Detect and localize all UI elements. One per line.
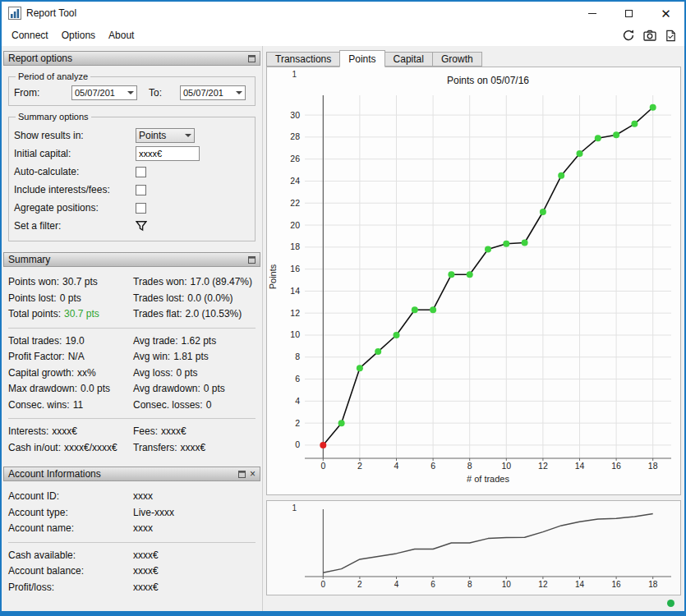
minimize-button[interactable] [573,2,610,25]
tab-transactions[interactable]: Transactions [266,52,339,67]
account-header: Account Informations × [3,467,260,481]
float-panel-button[interactable] [248,55,256,62]
summary-options-group: Summary options Show results in: Points … [8,117,256,241]
float-panel-button[interactable] [248,256,256,264]
stat-label: Avg trade: [133,335,177,347]
stat-row: Interests:xxxx€ Fees:xxxx€ [8,424,256,440]
svg-text:2: 2 [357,580,362,589]
account-value: xxxx€ [133,563,159,580]
account-label: Profit/loss: [8,580,133,596]
svg-text:22: 22 [290,198,300,208]
menu-item-connect[interactable]: Connect [5,26,55,44]
agregate-positions-checkbox[interactable] [136,203,146,214]
float-panel-button[interactable] [238,471,246,478]
close-button[interactable]: ✕ [647,2,684,25]
float-panel-icon [238,471,246,478]
svg-text:20: 20 [290,220,300,230]
stat-row: Cash in/out:xxxx€/xxxx€ Transfers:xxxx€ [8,440,256,457]
stat-value: 17.0 (89.47%) [191,276,252,287]
stat-label: Max drawdown: [8,383,77,394]
menu-item-about[interactable]: About [102,26,140,44]
main-area: Report options Period of analyze From: 0… [2,46,684,611]
initial-capital-input[interactable] [136,146,200,161]
to-date-select[interactable]: 05/07/201 [180,85,246,100]
stat-label: Total trades: [8,335,62,347]
stat-value: 19.0 [65,335,84,347]
svg-text:10: 10 [502,580,512,589]
stat-row: Profit Factor:N/A Avg win:1.81 pts [8,349,256,365]
svg-text:18: 18 [648,461,658,471]
maximize-button[interactable] [610,2,647,25]
total-points-value: 30.7 pts [64,308,99,319]
svg-text:4: 4 [295,396,300,406]
summary-options-title: Summary options [16,112,91,122]
points-chart: 0246810121416180246810121416182022242628… [267,67,679,491]
svg-text:16: 16 [612,580,622,589]
account-label: Account ID: [8,489,133,505]
minimize-icon [588,13,596,14]
menu-item-options[interactable]: Options [55,26,102,44]
svg-text:24: 24 [290,176,300,186]
tab-bar: Transactions Points Capital Growth [266,49,684,67]
stat-label: Avg win: [133,351,170,362]
float-panel-icon [248,256,256,264]
account-info: Account ID:xxxx Account type:Live-xxxx A… [8,489,256,595]
document-icon [665,30,677,42]
stat-value: 0 pts [60,292,81,304]
svg-text:1: 1 [292,503,297,513]
svg-text:0: 0 [320,461,325,471]
svg-text:26: 26 [290,154,300,163]
stat-value: 1.81 pts [173,351,209,362]
account-value: xxxx [133,521,153,537]
close-panel-button[interactable]: × [250,469,256,479]
screenshot-button[interactable] [642,29,656,43]
stat-label: Fees: [133,425,158,437]
account-label: Account balance: [8,563,133,580]
export-report-button[interactable] [664,29,678,43]
stat-value: xx% [77,367,96,379]
include-interests-checkbox[interactable] [136,185,146,195]
auto-calculate-label: Auto-calculate: [14,166,136,177]
svg-text:4: 4 [394,461,399,471]
auto-calculate-checkbox[interactable] [136,167,146,177]
stat-label: Points lost: [8,292,57,304]
divider [8,328,256,329]
stat-row: Capital growth:xx% Avg loss:0 pts [8,365,256,382]
show-results-label: Show results in: [14,130,136,141]
svg-text:30: 30 [290,110,300,120]
svg-text:6: 6 [430,580,435,589]
account-label: Account type: [8,505,133,522]
svg-text:10: 10 [290,329,300,339]
svg-text:12: 12 [538,461,548,471]
stat-row: Total points:30.7 pts Trades flat:2.0 (1… [8,306,256,323]
close-icon: ✕ [661,7,671,20]
stat-label: Cash in/out: [8,442,61,453]
app-window: Report Tool ✕ Connect Options About [0,0,686,616]
show-results-value: Points [139,130,166,141]
stat-label: Points won: [8,276,59,287]
overview-chart: 0246810121416181 [267,501,679,591]
refresh-button[interactable] [621,29,635,43]
svg-text:2: 2 [295,418,300,428]
stat-row: Total trades:19.0 Avg trade:1.62 pts [8,333,256,350]
tab-capital[interactable]: Capital [385,52,432,67]
svg-text:12: 12 [538,580,548,589]
stat-value: 0 [206,399,212,411]
to-label: To: [137,87,180,99]
filter-button[interactable] [136,220,147,232]
maximize-icon [625,10,633,17]
camera-icon [643,29,656,42]
stat-value: xxxx€ [52,425,77,437]
from-date-select[interactable]: 05/07/201 [71,85,137,100]
tab-points[interactable]: Points [339,50,384,67]
account-value: xxxx€ [133,580,159,596]
tab-growth[interactable]: Growth [432,52,482,67]
show-results-select[interactable]: Points [136,128,195,143]
stat-label: Trades flat: [133,308,182,319]
account-label: Cash available: [8,548,133,564]
title-bar: Report Tool ✕ [2,2,684,25]
stat-value: 0.0 (0.0%) [187,292,233,304]
svg-text:1: 1 [292,70,297,79]
stat-value: xxxx€ [161,425,186,437]
stat-row: Points won:30.7 pts Trades won:17.0 (89.… [8,274,256,291]
